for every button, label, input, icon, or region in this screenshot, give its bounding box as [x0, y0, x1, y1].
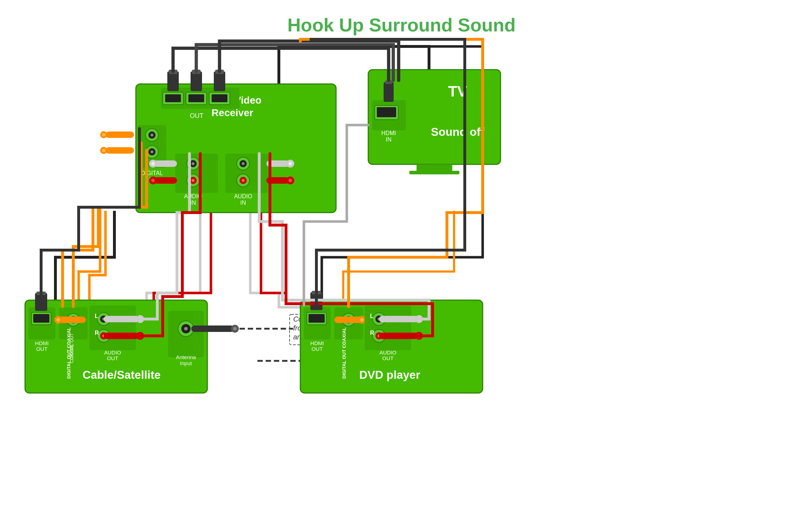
svg-rect-45 — [154, 177, 177, 184]
svg-point-93 — [56, 318, 60, 322]
svg-text:IN: IN — [190, 200, 196, 206]
svg-text:DIGITAL OUT COAXIAL: DIGITAL OUT COAXIAL — [341, 327, 347, 379]
svg-text:AUDIO: AUDIO — [379, 349, 396, 356]
svg-rect-156 — [379, 333, 418, 339]
svg-rect-8 — [188, 94, 204, 102]
svg-point-54 — [242, 179, 245, 182]
svg-rect-14 — [191, 71, 202, 91]
svg-text:HDMI: HDMI — [35, 340, 49, 346]
svg-rect-10 — [212, 94, 227, 102]
svg-rect-142 — [365, 305, 411, 350]
svg-point-36 — [192, 162, 194, 165]
svg-text:OUT: OUT — [107, 355, 118, 361]
svg-rect-27 — [105, 131, 134, 138]
svg-rect-6 — [165, 94, 181, 102]
svg-text:L: L — [370, 313, 374, 319]
svg-rect-117 — [191, 325, 234, 332]
svg-rect-42 — [154, 160, 177, 167]
svg-text:DVD player: DVD player — [359, 368, 420, 381]
svg-text:R: R — [95, 330, 99, 336]
svg-text:R: R — [370, 330, 374, 336]
svg-rect-108 — [104, 333, 139, 339]
svg-rect-64 — [417, 164, 452, 171]
svg-text:OUT: OUT — [190, 112, 203, 119]
svg-point-51 — [242, 162, 245, 165]
svg-rect-30 — [105, 147, 134, 154]
svg-point-24 — [151, 150, 153, 153]
svg-rect-12 — [167, 71, 179, 91]
svg-rect-70 — [377, 107, 396, 117]
svg-text:OUT: OUT — [382, 355, 394, 361]
svg-text:OUT: OUT — [36, 346, 48, 352]
svg-rect-16 — [214, 71, 225, 91]
svg-point-59 — [289, 162, 292, 165]
svg-rect-91 — [59, 317, 86, 323]
svg-text:AUDIO: AUDIO — [104, 349, 121, 356]
svg-rect-129 — [309, 314, 325, 323]
svg-point-21 — [151, 134, 153, 136]
svg-text:OUT: OUT — [311, 346, 323, 352]
svg-text:DIGITAL OUT COAXIAL: DIGITAL OUT COAXIAL — [66, 327, 72, 379]
svg-text:Cable/Satellite: Cable/Satellite — [83, 368, 161, 381]
svg-text:Sound off: Sound off — [431, 125, 484, 138]
svg-rect-105 — [104, 316, 139, 322]
svg-point-44 — [151, 162, 155, 165]
svg-text:DIGITAL: DIGITAL — [141, 170, 163, 176]
svg-rect-139 — [334, 317, 361, 323]
svg-rect-73 — [384, 82, 394, 102]
svg-point-47 — [151, 179, 155, 182]
svg-point-29 — [102, 133, 105, 136]
svg-text:HDMI: HDMI — [381, 130, 396, 136]
svg-point-141 — [360, 318, 364, 322]
diagram: Audio/Video Receiver OUT DIGITAL IN AU — [0, 0, 803, 532]
svg-text:L: L — [95, 313, 98, 319]
svg-text:Input: Input — [180, 360, 192, 366]
svg-text:HDMI: HDMI — [310, 340, 324, 346]
svg-text:IN: IN — [386, 136, 391, 143]
svg-point-39 — [192, 179, 194, 182]
svg-text:IN: IN — [240, 200, 246, 206]
svg-text:Antenna: Antenna — [176, 354, 196, 360]
svg-point-114 — [184, 327, 188, 330]
svg-rect-65 — [409, 171, 459, 174]
svg-text:AUDIO: AUDIO — [234, 193, 252, 199]
svg-rect-153 — [379, 316, 418, 322]
svg-point-32 — [102, 149, 105, 152]
svg-rect-79 — [33, 314, 49, 323]
svg-rect-94 — [89, 305, 136, 350]
svg-point-119 — [233, 327, 237, 330]
svg-point-62 — [289, 179, 292, 182]
